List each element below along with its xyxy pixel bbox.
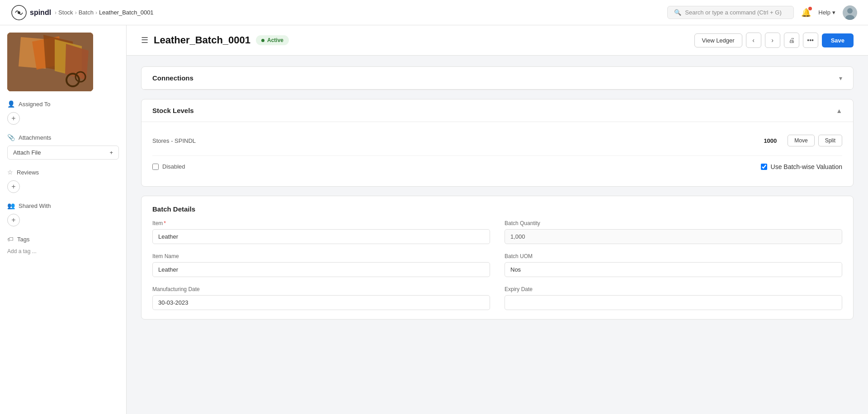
stock-levels-title: Stock Levels <box>152 107 194 114</box>
search-placeholder: Search or type a command (Ctrl + G) <box>685 9 782 16</box>
paperclip-icon: 📎 <box>7 134 15 141</box>
connections-chevron: ▾ <box>839 75 842 82</box>
attachments-section: 📎 Attachments Attach File + <box>7 134 119 160</box>
split-button[interactable]: Split <box>818 135 842 146</box>
reviews-section: ☆ Reviews + <box>7 169 119 193</box>
batch-wise-row: Use Batch-wise Valuation <box>761 163 842 170</box>
more-options-button[interactable]: ••• <box>803 33 818 48</box>
connections-title: Connections <box>152 74 193 82</box>
help-button[interactable]: Help ▾ <box>818 9 835 16</box>
stores-label: Stores - SPINDL <box>152 137 196 144</box>
disabled-checkbox[interactable] <box>152 164 159 170</box>
item-required: * <box>164 220 166 226</box>
batch-uom-input[interactable] <box>505 262 842 277</box>
item-name-input[interactable] <box>152 262 490 277</box>
menu-toggle-button[interactable]: ☰ <box>141 35 148 45</box>
page-header: ☰ Leather_Batch_0001 Active View Ledger … <box>127 25 868 56</box>
logo-text: spindl <box>30 9 51 17</box>
logo[interactable]: spindl <box>11 5 51 21</box>
shared-with-section: 👥 Shared With + <box>7 202 119 226</box>
stock-actions: 1000 Move Split <box>764 135 842 146</box>
people-icon: 👥 <box>7 202 15 209</box>
stock-levels-header[interactable]: Stock Levels ▲ <box>142 99 853 122</box>
assigned-to-section: 👤 Assigned To + <box>7 100 119 125</box>
shared-with-title: 👥 Shared With <box>7 202 119 209</box>
manufacturing-date-input[interactable] <box>152 295 490 310</box>
breadcrumb-sep-1: › <box>75 9 77 16</box>
batch-uom-label: Batch UOM <box>505 253 842 259</box>
batch-details-card: Batch Details Item* Batch Quantity <box>141 196 854 320</box>
disabled-label: Disabled <box>162 163 185 170</box>
expiry-date-input[interactable] <box>505 295 842 310</box>
status-label: Active <box>267 37 283 43</box>
breadcrumb-batch[interactable]: Batch <box>79 9 94 16</box>
help-chevron: ▾ <box>832 9 835 16</box>
attach-file-label: Attach File <box>13 149 41 156</box>
item-field: Item* <box>152 220 490 244</box>
content-area: Connections ▾ Stock Levels ▲ Stores - SP… <box>127 56 868 339</box>
batch-wise-label: Use Batch-wise Valuation <box>771 163 842 170</box>
avatar-image <box>843 5 857 20</box>
attach-file-button[interactable]: Attach File + <box>7 146 119 160</box>
manufacturing-date-label: Manufacturing Date <box>152 286 490 292</box>
search-icon: 🔍 <box>674 9 681 16</box>
tags-label: Tags <box>17 236 29 243</box>
tags-section: 🏷 Tags Add a tag ... <box>7 235 119 254</box>
add-assigned-button[interactable]: + <box>7 112 20 125</box>
nav-right: 🔍 Search or type a command (Ctrl + G) 🔔 … <box>667 5 857 20</box>
search-bar[interactable]: 🔍 Search or type a command (Ctrl + G) <box>667 6 794 19</box>
breadcrumb-sep-0: › <box>55 9 57 16</box>
attachments-label: Attachments <box>19 134 51 141</box>
page-header-left: ☰ Leather_Batch_0001 Active <box>141 34 289 46</box>
breadcrumb-current: Leather_Batch_0001 <box>99 9 154 16</box>
more-icon: ••• <box>807 37 814 44</box>
bell-container: 🔔 <box>801 8 811 18</box>
user-icon: 👤 <box>7 100 15 108</box>
batch-uom-field: Batch UOM <box>505 253 842 277</box>
breadcrumb-stock[interactable]: Stock <box>58 9 73 16</box>
breadcrumb: › Stock › Batch › Leather_Batch_0001 <box>55 9 153 16</box>
move-button[interactable]: Move <box>788 135 814 146</box>
item-input[interactable] <box>152 229 490 244</box>
stock-row: Stores - SPINDL 1000 Move Split <box>152 131 842 150</box>
item-name-field: Item Name <box>152 253 490 277</box>
add-shared-button[interactable]: + <box>7 214 20 226</box>
stock-levels-body: Stores - SPINDL 1000 Move Split Disabled <box>142 122 853 186</box>
status-dot <box>261 39 264 42</box>
batch-details-form: Item* Batch Quantity Item Name <box>152 220 842 310</box>
leather-svg <box>7 33 93 91</box>
main-content: ☰ Leather_Batch_0001 Active View Ledger … <box>127 25 868 414</box>
prev-button[interactable]: ‹ <box>746 33 761 48</box>
svg-point-3 <box>847 8 853 14</box>
view-ledger-button[interactable]: View Ledger <box>694 33 742 47</box>
print-button[interactable]: 🖨 <box>784 33 799 48</box>
item-label: Item* <box>152 220 490 226</box>
save-button[interactable]: Save <box>822 33 854 47</box>
stock-levels-chevron: ▲ <box>836 107 842 114</box>
add-tag-link[interactable]: Add a tag ... <box>7 248 37 254</box>
connections-card: Connections ▾ <box>141 66 854 90</box>
tag-icon: 🏷 <box>7 235 14 243</box>
batch-quantity-input[interactable] <box>505 229 842 244</box>
add-review-button[interactable]: + <box>7 180 20 193</box>
sidebar: 👤 Assigned To + 📎 Attachments Attach Fil… <box>0 25 127 414</box>
batch-quantity-label: Batch Quantity <box>505 220 842 226</box>
batch-image <box>7 33 93 91</box>
batch-wise-checkbox[interactable] <box>761 164 767 170</box>
avatar[interactable] <box>843 5 857 20</box>
leather-image-placeholder <box>7 33 93 91</box>
bell-badge <box>808 7 812 10</box>
status-badge: Active <box>256 35 289 45</box>
next-button[interactable]: › <box>765 33 780 48</box>
print-icon: 🖨 <box>788 37 795 44</box>
item-name-label: Item Name <box>152 253 490 259</box>
tags-title: 🏷 Tags <box>7 235 119 243</box>
help-label: Help <box>818 9 830 16</box>
batch-details-body: Batch Details Item* Batch Quantity <box>142 196 853 319</box>
breadcrumb-sep-2: › <box>95 9 97 16</box>
connections-header[interactable]: Connections ▾ <box>142 67 853 89</box>
reviews-label: Reviews <box>17 169 39 176</box>
logo-icon <box>11 5 27 21</box>
prev-icon: ‹ <box>752 37 755 44</box>
checkbox-group: Disabled Use Batch-wise Valuation <box>152 155 842 177</box>
